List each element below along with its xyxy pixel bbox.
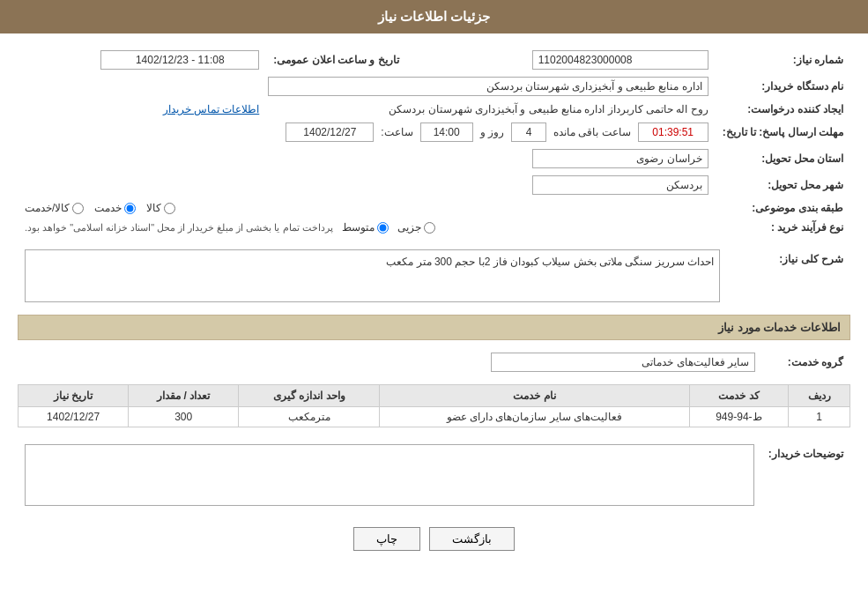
creator-label: ایجاد کننده درخواست: <box>716 100 850 119</box>
deadline-label: مهلت ارسال پاسخ: تا تاریخ: <box>716 119 850 145</box>
page-container: جزئیات اطلاعات نیاز شماره نیاز: 11020048… <box>0 0 868 609</box>
city-label: شهر محل تحویل: <box>716 172 850 198</box>
org-name-value: اداره منابع طبیعی و آبخیزداری شهرستان بر… <box>18 73 716 100</box>
back-button[interactable]: بازگشت <box>429 527 515 551</box>
creator-row: ایجاد کننده درخواست: روح اله حاتمی کاربر… <box>18 100 850 119</box>
category-option-kala-khedmat: کالا/خدمت <box>25 202 84 214</box>
deadline-row: مهلت ارسال پاسخ: تا تاریخ: 01:39:51 ساعت… <box>18 119 850 145</box>
process-option-motavasset: متوسط <box>342 221 389 234</box>
category-kala-radio[interactable] <box>164 203 175 214</box>
need-desc-row: شرح کلی نیاز: احداث سرریز سنگی ملاتی بخش… <box>18 246 850 306</box>
announcement-value: 1402/12/23 - 11:08 <box>18 47 266 73</box>
service-group-label: گروه خدمت: <box>762 349 850 375</box>
cell-date: 1402/12/27 <box>19 407 129 427</box>
cell-name: فعالیت‌های سایر سازمان‌های دارای عضو <box>380 407 689 427</box>
buyer-desc-input[interactable] <box>25 444 754 506</box>
cell-row: 1 <box>789 407 850 427</box>
org-name-label: نام دستگاه خریدار: <box>716 73 850 100</box>
announcement-label: تاریخ و ساعت اعلان عمومی: <box>266 47 405 73</box>
need-number-row: شماره نیاز: 1102004823000008 تاریخ و ساع… <box>18 47 850 73</box>
service-group-input: سایر فعالیت‌های خدماتی <box>491 353 755 372</box>
province-label: استان محل تحویل: <box>716 145 850 172</box>
province-value: خراسان رضوی <box>18 145 716 172</box>
buyer-desc-table: توضیحات خریدار: <box>18 441 850 509</box>
need-desc-table: شرح کلی نیاز: احداث سرریز سنگی ملاتی بخش… <box>18 246 850 306</box>
time-label: ساعت: <box>381 126 412 138</box>
buyer-desc-label: توضیحات خریدار: <box>761 441 850 509</box>
city-row: شهر محل تحویل: بردسکن <box>18 172 850 198</box>
service-group-value: سایر فعالیت‌های خدماتی <box>18 349 762 375</box>
need-number-label: شماره نیاز: <box>716 47 850 73</box>
col-date: تاریخ نیاز <box>19 385 129 407</box>
province-row: استان محل تحویل: خراسان رضوی <box>18 145 850 172</box>
page-title: جزئیات اطلاعات نیاز <box>378 9 490 24</box>
process-option-jozi: جزیی <box>397 221 435 234</box>
main-info-table: شماره نیاز: 1102004823000008 تاریخ و ساع… <box>18 47 850 237</box>
col-code: کد خدمت <box>689 385 789 407</box>
need-desc-value: احداث سرریز سنگی ملاتی بخش سیلاب کبودان … <box>18 246 727 306</box>
table-row: 1ط-94-949فعالیت‌های سایر سازمان‌های دارا… <box>19 407 850 427</box>
cell-quantity: 300 <box>129 407 239 427</box>
category-value: کالا/خدمت خدمت کالا <box>18 198 716 218</box>
category-radio-group: کالا/خدمت خدمت کالا <box>25 202 708 214</box>
process-jozi-radio[interactable] <box>424 222 435 234</box>
city-value: بردسکن <box>18 172 716 198</box>
button-row: بازگشت چاپ <box>18 527 850 551</box>
category-option-khedmat: خدمت <box>94 202 136 214</box>
category-label: طبقه بندی موضوعی: <box>716 198 850 218</box>
content-area: شماره نیاز: 1102004823000008 تاریخ و ساع… <box>0 33 868 582</box>
days-label: روز و <box>480 126 504 138</box>
col-quantity: تعداد / مقدار <box>129 385 239 407</box>
need-desc-label: شرح کلی نیاز: <box>727 246 850 306</box>
category-khedmat-radio[interactable] <box>124 203 136 214</box>
creator-text: روح اله حاتمی کاربرداز اداره منابع طبیعی… <box>389 103 708 115</box>
deadline-time: 14:00 <box>420 123 473 142</box>
process-radio-group: پرداخت تمام یا بخشی از مبلغ خریدار از مح… <box>25 221 708 234</box>
remaining-label: ساعت باقی مانده <box>553 126 631 138</box>
category-khedmat-label: خدمت <box>94 202 122 214</box>
deadline-value: 01:39:51 ساعت باقی مانده 4 روز و 14:00 س… <box>18 119 716 145</box>
announcement-input: 1402/12/23 - 11:08 <box>100 50 259 70</box>
deadline-days: 4 <box>511 123 546 142</box>
process-motavasset-label: متوسط <box>342 221 375 234</box>
process-type-label: نوع فرآیند خرید : <box>716 218 850 237</box>
process-type-value: پرداخت تمام یا بخشی از مبلغ خریدار از مح… <box>18 218 716 237</box>
services-table-header: ردیف کد خدمت نام خدمت واحد اندازه گیری ت… <box>19 385 850 407</box>
need-desc-input[interactable]: احداث سرریز سنگی ملاتی بخش سیلاب کبودان … <box>25 249 720 302</box>
services-table: ردیف کد خدمت نام خدمت واحد اندازه گیری ت… <box>18 384 850 427</box>
col-unit: واحد اندازه گیری <box>239 385 380 407</box>
category-option-kala: کالا <box>146 202 175 214</box>
buyer-desc-value <box>18 441 761 509</box>
category-kala-khedmat-radio[interactable] <box>72 203 84 214</box>
org-name-row: نام دستگاه خریدار: اداره منابع طبیعی و آ… <box>18 73 850 100</box>
need-number-input: 1102004823000008 <box>532 50 708 70</box>
province-input: خراسان رضوی <box>532 149 708 168</box>
category-kala-khedmat-label: کالا/خدمت <box>25 202 70 214</box>
service-group-row: گروه خدمت: سایر فعالیت‌های خدماتی <box>18 349 850 375</box>
creator-value: روح اله حاتمی کاربرداز اداره منابع طبیعی… <box>266 100 715 119</box>
org-name-input: اداره منابع طبیعی و آبخیزداری شهرستان بر… <box>268 77 708 96</box>
contact-link[interactable]: اطلاعات تماس خریدار <box>163 103 260 115</box>
category-kala-label: کالا <box>146 202 161 214</box>
col-row: ردیف <box>789 385 850 407</box>
deadline-date: 1402/12/27 <box>286 123 374 142</box>
process-type-row: نوع فرآیند خرید : پرداخت تمام یا بخشی از… <box>18 218 850 237</box>
category-row: طبقه بندی موضوعی: کالا/خدمت خدمت <box>18 198 850 218</box>
print-button[interactable]: چاپ <box>353 527 420 551</box>
service-info-title: اطلاعات خدمات مورد نیاز <box>18 315 850 340</box>
need-number-value: 1102004823000008 <box>441 47 716 73</box>
page-header: جزئیات اطلاعات نیاز <box>0 0 868 33</box>
service-group-table: گروه خدمت: سایر فعالیت‌های خدماتی <box>18 349 850 375</box>
contact-link-cell: اطلاعات تماس خریدار <box>18 100 266 119</box>
cell-code: ط-94-949 <box>689 407 789 427</box>
cell-unit: مترمکعب <box>239 407 380 427</box>
buyer-desc-row: توضیحات خریدار: <box>18 441 850 509</box>
process-jozi-label: جزیی <box>397 221 421 234</box>
process-note: پرداخت تمام یا بخشی از مبلغ خریدار از مح… <box>25 222 333 234</box>
col-name: نام خدمت <box>380 385 689 407</box>
remaining-value: 01:39:51 <box>638 123 708 142</box>
city-input: بردسکن <box>532 175 708 195</box>
process-motavasset-radio[interactable] <box>377 222 389 234</box>
